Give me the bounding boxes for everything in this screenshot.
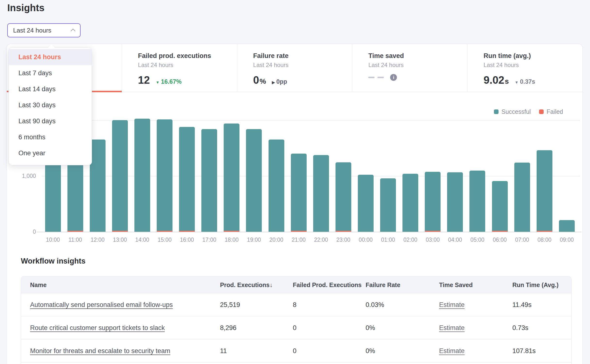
column-header-failure-rate[interactable]: Failure Rate bbox=[366, 276, 400, 293]
legend-swatch bbox=[539, 109, 544, 114]
x-axis-tick-label: 17:00 bbox=[198, 236, 221, 243]
x-axis-tick-label: 03:00 bbox=[422, 236, 444, 243]
bar-failed-segment bbox=[537, 231, 552, 232]
x-axis-tick-label: 20:00 bbox=[265, 236, 287, 243]
menu-item-last-24-hours[interactable]: Last 24 hours bbox=[9, 49, 92, 65]
bar-failed-segment bbox=[224, 231, 239, 232]
x-axis-tick-label: 14:00 bbox=[131, 236, 153, 243]
time-range-selected-label: Last 24 hours bbox=[13, 27, 51, 34]
estimate-link[interactable]: Estimate bbox=[439, 347, 465, 355]
card-value: 12 bbox=[138, 74, 150, 86]
card-delta-text: 0pp bbox=[276, 78, 287, 85]
estimate-link[interactable]: Estimate bbox=[439, 324, 465, 331]
bar-06:00 bbox=[492, 181, 508, 232]
x-axis-tick-label: 08:00 bbox=[533, 236, 556, 243]
cell-failed_prod_executions: 0 bbox=[293, 316, 296, 339]
summary-card-3[interactable]: Time savedLast 24 hoursi bbox=[352, 44, 467, 92]
x-axis-tick-label: 12:00 bbox=[86, 236, 109, 243]
summary-card-2[interactable]: Failure rateLast 24 hours0%▶0pp bbox=[237, 44, 352, 92]
card-subtitle: Last 24 hours bbox=[138, 61, 232, 69]
summary-card-1[interactable]: Failed prod. executionsLast 24 hours12▼1… bbox=[122, 44, 237, 92]
x-axis-tick-label: 21:00 bbox=[287, 236, 310, 243]
cell-run_time: 107.81s bbox=[512, 339, 536, 363]
card-delta: ▼0.37s bbox=[515, 78, 535, 85]
workflow-name-link[interactable]: Automatically send personalised email fo… bbox=[30, 301, 173, 308]
menu-item-one-year[interactable]: One year bbox=[9, 145, 92, 161]
chevron-up-icon bbox=[71, 29, 75, 33]
page-title: Insights bbox=[7, 2, 44, 13]
column-header-name[interactable]: Name bbox=[30, 276, 47, 293]
x-axis-tick-label: 00:00 bbox=[354, 236, 377, 243]
legend-swatch bbox=[494, 109, 499, 114]
card-value: 0 bbox=[253, 74, 259, 86]
cell-failed_prod_executions: 8 bbox=[293, 293, 296, 316]
menu-item-last-30-days[interactable]: Last 30 days bbox=[9, 97, 92, 113]
cell-failed_prod_executions: 0 bbox=[293, 339, 296, 363]
bar-00:00 bbox=[358, 175, 374, 232]
bar-failed-segment bbox=[112, 231, 128, 232]
menu-item-last-7-days[interactable]: Last 7 days bbox=[9, 65, 92, 81]
bar-failed-segment bbox=[492, 231, 508, 232]
bar-18:00 bbox=[224, 124, 239, 232]
triangle-right-icon: ▶ bbox=[272, 80, 275, 85]
card-value-row: 9.02s▼0.37s bbox=[483, 74, 578, 86]
bar-07:00 bbox=[514, 163, 530, 232]
bar-13:00 bbox=[112, 120, 128, 232]
bar-14:00 bbox=[134, 119, 150, 232]
cell-time_saved[interactable]: Estimate bbox=[439, 293, 465, 316]
summary-cards-row: Failed prod. executionsLast 24 hours12▼1… bbox=[7, 44, 582, 92]
menu-item-last-90-days[interactable]: Last 90 days bbox=[9, 113, 92, 129]
card-title: Run time (avg.) bbox=[483, 52, 578, 60]
empty-value-dash bbox=[368, 77, 375, 78]
legend-label: Failed bbox=[547, 108, 563, 115]
column-header-time-saved[interactable]: Time Saved bbox=[439, 276, 473, 293]
card-title: Failure rate bbox=[253, 52, 347, 60]
cell-run_time: 11.49s bbox=[512, 293, 532, 316]
x-axis-tick-label: 13:00 bbox=[109, 236, 131, 243]
x-axis-tick-label: 09:00 bbox=[556, 236, 578, 243]
workflow-name-link[interactable]: Monitor for threats and escalate to secu… bbox=[30, 347, 170, 355]
bar-12:00 bbox=[90, 140, 106, 232]
time-range-menu: Last 24 hoursLast 7 daysLast 14 daysLast… bbox=[9, 48, 92, 165]
column-header-prod-executions[interactable]: Prod. Executions↓ bbox=[220, 276, 273, 293]
cell-prod_executions: 25,519 bbox=[220, 293, 240, 316]
cell-name[interactable]: Route critical customer support tickets … bbox=[30, 316, 165, 339]
x-axis-tick-label: 01:00 bbox=[377, 236, 399, 243]
card-delta-text: 0.37s bbox=[520, 78, 535, 85]
x-axis-tick-label: 23:00 bbox=[332, 236, 354, 243]
legend-item-successful[interactable]: Successful bbox=[494, 108, 531, 115]
x-axis-tick-label: 04:00 bbox=[444, 236, 466, 243]
legend-item-failed[interactable]: Failed bbox=[539, 108, 563, 115]
bar-failed-segment bbox=[179, 231, 195, 232]
column-header-run-time-avg-[interactable]: Run Time (Avg.) bbox=[512, 276, 558, 293]
bar-23:00 bbox=[336, 162, 351, 232]
menu-item-last-14-days[interactable]: Last 14 days bbox=[9, 81, 92, 97]
bar-08:00 bbox=[537, 150, 552, 232]
cell-name[interactable]: Automatically send personalised email fo… bbox=[30, 293, 173, 316]
x-axis-tick-label: 06:00 bbox=[489, 236, 511, 243]
time-range-select[interactable]: Last 24 hours bbox=[7, 23, 81, 37]
card-value-row: 12▼16.67% bbox=[138, 74, 232, 86]
y-axis-tick-label: 1,000 bbox=[12, 172, 36, 180]
bar-20:00 bbox=[269, 140, 284, 232]
x-axis-tick-label: 07:00 bbox=[511, 236, 533, 243]
table-row: Automatically send personalised email fo… bbox=[21, 293, 571, 316]
insights-panel: Failed prod. executionsLast 24 hours12▼1… bbox=[7, 44, 583, 364]
bar-15:00 bbox=[157, 119, 172, 232]
workflow-insights-table: NameProd. Executions↓Failed Prod. Execut… bbox=[21, 276, 572, 364]
workflow-name-link[interactable]: Route critical customer support tickets … bbox=[30, 324, 165, 331]
table-row: Route critical customer support tickets … bbox=[21, 316, 571, 339]
x-axis-tick-label: 10:00 bbox=[42, 236, 64, 243]
estimate-link[interactable]: Estimate bbox=[439, 301, 465, 308]
x-axis-tick-label: 05:00 bbox=[466, 236, 489, 243]
bar-22:00 bbox=[313, 155, 329, 232]
bar-failed-segment bbox=[425, 231, 441, 232]
cell-time_saved[interactable]: Estimate bbox=[439, 339, 465, 363]
cell-time_saved[interactable]: Estimate bbox=[439, 316, 465, 339]
column-header-failed-prod-executions[interactable]: Failed Prod. Executions bbox=[293, 276, 361, 293]
cell-name[interactable]: Monitor for threats and escalate to secu… bbox=[30, 339, 170, 363]
summary-card-4[interactable]: Run time (avg.)Last 24 hours9.02s▼0.37s bbox=[467, 44, 582, 92]
bar-17:00 bbox=[201, 129, 217, 232]
menu-item-6-months[interactable]: 6 months bbox=[9, 129, 92, 145]
card-subtitle: Last 24 hours bbox=[368, 61, 462, 69]
